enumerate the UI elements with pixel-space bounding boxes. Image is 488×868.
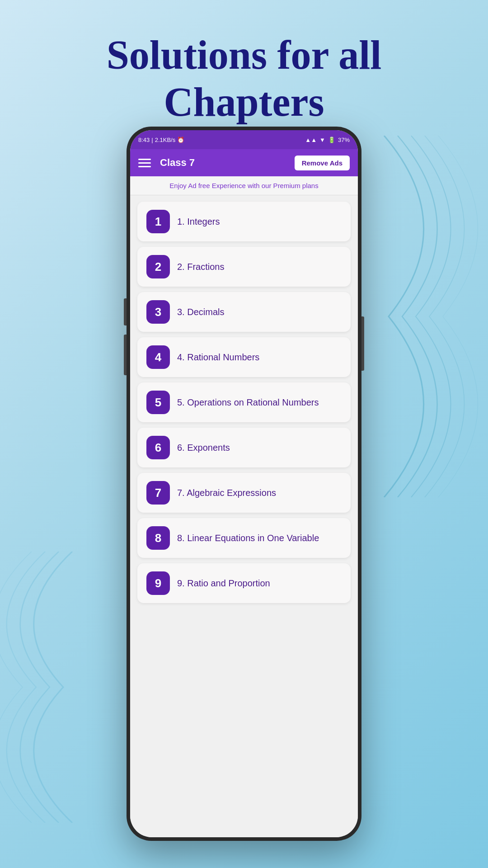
bg-wave-right — [361, 136, 488, 497]
app-header: Class 7 Remove Ads — [130, 149, 358, 176]
chapter-item[interactable]: 33. Decimals — [137, 292, 351, 332]
chapter-item[interactable]: 88. Linear Equations in One Variable — [137, 518, 351, 558]
chapter-item[interactable]: 22. Fractions — [137, 247, 351, 287]
chapter-list: 11. Integers22. Fractions33. Decimals44.… — [130, 195, 358, 837]
status-bar: 8:43 | 2.1KB/s ⏰ ▲▲ ▼ 🔋 37% — [130, 130, 358, 149]
chapter-number-badge: 6 — [146, 436, 170, 459]
status-separator: | — [151, 137, 153, 143]
chapter-number-badge: 1 — [146, 210, 170, 233]
chapter-name: 3. Decimals — [177, 307, 224, 317]
chapter-item[interactable]: 77. Algebraic Expressions — [137, 473, 351, 513]
chapter-number-badge: 2 — [146, 255, 170, 278]
page-title-line2: Chapters — [164, 80, 324, 124]
chapter-name: 8. Linear Equations in One Variable — [177, 533, 319, 543]
chapter-name: 1. Integers — [177, 217, 220, 227]
chapter-item[interactable]: 55. Operations on Rational Numbers — [137, 382, 351, 422]
chapter-number-badge: 8 — [146, 526, 170, 550]
header-left: Class 7 — [138, 155, 195, 171]
power-button — [361, 316, 364, 371]
premium-banner: Enjoy Ad free Experience with our Premiu… — [130, 176, 358, 195]
status-bar-right: ▲▲ ▼ 🔋 37% — [305, 137, 350, 143]
menu-line-1 — [138, 159, 151, 160]
chapter-item[interactable]: 44. Rational Numbers — [137, 337, 351, 377]
app-title: Class 7 — [160, 157, 195, 169]
status-time: 8:43 — [138, 137, 150, 143]
remove-ads-button[interactable]: Remove Ads — [295, 156, 350, 170]
volume-down-button — [124, 335, 127, 375]
phone-mockup: 8:43 | 2.1KB/s ⏰ ▲▲ ▼ 🔋 37% — [127, 127, 361, 841]
bg-wave-left — [0, 552, 81, 823]
chapter-name: 6. Exponents — [177, 443, 230, 453]
page-title: Solutions for all Chapters — [36, 32, 452, 125]
status-speed: 2.1KB/s — [155, 137, 176, 143]
signal-icon: ▲▲ — [305, 137, 317, 143]
chapter-number-badge: 9 — [146, 571, 170, 595]
volume-up-button — [124, 298, 127, 326]
battery-icon: 🔋 — [328, 137, 335, 143]
chapter-name: 2. Fractions — [177, 262, 224, 272]
menu-button[interactable] — [138, 155, 155, 171]
chapter-number-badge: 4 — [146, 345, 170, 369]
chapter-number-badge: 3 — [146, 300, 170, 324]
phone-screen: 8:43 | 2.1KB/s ⏰ ▲▲ ▼ 🔋 37% — [130, 130, 358, 837]
chapter-number-badge: 7 — [146, 481, 170, 505]
chapter-item[interactable]: 66. Exponents — [137, 428, 351, 467]
chapter-item[interactable]: 11. Integers — [137, 202, 351, 241]
menu-line-2 — [138, 162, 151, 164]
battery-level: 37% — [338, 137, 350, 143]
premium-banner-text: Enjoy Ad free Experience with our Premiu… — [169, 182, 318, 189]
wifi-icon: ▼ — [319, 137, 325, 143]
chapter-number-badge: 5 — [146, 391, 170, 414]
chapter-name: 9. Ratio and Proportion — [177, 578, 270, 589]
chapter-name: 4. Rational Numbers — [177, 352, 259, 363]
clock-icon: ⏰ — [177, 137, 184, 143]
page-title-line1: Solutions for all — [107, 33, 381, 77]
menu-line-3 — [138, 166, 151, 167]
chapter-item[interactable]: 99. Ratio and Proportion — [137, 563, 351, 603]
chapter-name: 7. Algebraic Expressions — [177, 488, 276, 498]
status-bar-left: 8:43 | 2.1KB/s ⏰ — [138, 137, 184, 143]
chapter-name: 5. Operations on Rational Numbers — [177, 397, 319, 408]
page-title-container: Solutions for all Chapters — [0, 0, 488, 143]
